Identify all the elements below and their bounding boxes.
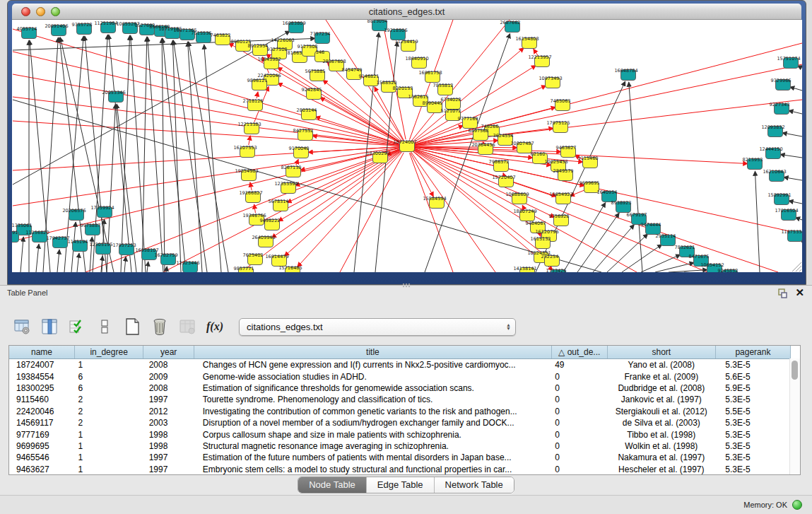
network-edge[interactable] bbox=[789, 201, 802, 204]
network-node-16210643[interactable]: 16210643 bbox=[763, 169, 786, 182]
new-table-icon[interactable] bbox=[123, 317, 141, 336]
network-node-16961758[interactable]: 16961758 bbox=[418, 70, 442, 83]
network-edge[interactable] bbox=[577, 213, 619, 272]
network-edge[interactable] bbox=[173, 40, 207, 272]
network-edge[interactable] bbox=[124, 257, 126, 272]
network-node-391591[interactable]: 391591 bbox=[12, 230, 19, 243]
network-node-20691406[interactable]: 20691406 bbox=[45, 23, 68, 36]
network-node-15720407[interactable]: 15720407 bbox=[492, 175, 515, 187]
network-node-4055714[interactable]: 4055714 bbox=[17, 26, 37, 39]
network-node-7357234[interactable]: 7357234 bbox=[310, 31, 331, 44]
network-node-15584594[interactable]: 15584594 bbox=[423, 196, 446, 209]
network-node-15751074[interactable]: 15751074 bbox=[777, 56, 800, 69]
network-node-5675885[interactable]: 5675885 bbox=[305, 69, 326, 81]
network-edge[interactable] bbox=[789, 110, 802, 114]
network-node-16782759[interactable]: 16782759 bbox=[154, 252, 177, 265]
toggle-panel-icon[interactable] bbox=[95, 317, 114, 336]
network-edge[interactable] bbox=[166, 267, 167, 272]
column-header-out_de[interactable]: △ out_de... bbox=[551, 346, 607, 359]
network-edge[interactable] bbox=[142, 37, 147, 272]
network-node-9975887[interactable]: 9975887 bbox=[81, 223, 101, 235]
network-node-8267130[interactable]: 8267130 bbox=[281, 165, 302, 177]
network-node-12093832[interactable]: 12093832 bbox=[761, 124, 784, 137]
network-node-2935114[interactable]: 2935114 bbox=[656, 233, 676, 246]
network-node-16543982[interactable]: 16543982 bbox=[257, 57, 281, 69]
network-node-5678314[interactable]: 5678314 bbox=[269, 199, 289, 211]
tab-edge-table[interactable]: Edge Table bbox=[366, 477, 434, 493]
column-header-year[interactable]: year bbox=[143, 346, 194, 359]
minimize-window-icon[interactable] bbox=[36, 7, 45, 16]
network-node-8215953[interactable]: 8215953 bbox=[743, 157, 763, 170]
network-node-17957253[interactable]: 17957253 bbox=[112, 243, 136, 255]
network-node-8427552[interactable]: 8427552 bbox=[293, 128, 314, 141]
network-node-15716485[interactable]: 15716485 bbox=[278, 265, 302, 273]
column-header-name[interactable]: name bbox=[9, 346, 75, 359]
network-edge[interactable] bbox=[284, 151, 401, 257]
network-edge[interactable] bbox=[20, 237, 23, 272]
network-node-7463822[interactable]: 7463822 bbox=[211, 33, 231, 45]
network-edge[interactable] bbox=[411, 152, 495, 272]
network-node-11251984[interactable]: 11251984 bbox=[94, 21, 117, 33]
network-node-19854983[interactable]: 19854983 bbox=[235, 168, 258, 181]
network-edge[interactable] bbox=[629, 82, 642, 272]
column-header-pagerank[interactable]: pagerank bbox=[715, 346, 790, 359]
network-edge[interactable] bbox=[641, 255, 681, 272]
network-node-16154808[interactable]: 16154808 bbox=[515, 36, 539, 49]
network-node-1145194[interactable]: 1145194 bbox=[68, 239, 88, 252]
network-edge[interactable] bbox=[131, 35, 146, 272]
network-node-2687662[interactable]: 2687662 bbox=[500, 20, 521, 33]
network-edge[interactable] bbox=[755, 171, 760, 272]
table-row[interactable]: 1456911722003Disruption of a novel membe… bbox=[9, 417, 791, 428]
network-node-2849579[interactable]: 2849579 bbox=[553, 168, 574, 181]
network-node-9857771[interactable]: 9857771 bbox=[234, 266, 254, 273]
network-edge[interactable] bbox=[13, 29, 400, 144]
network-edge[interactable] bbox=[147, 262, 148, 272]
network-node-9242845[interactable]: 9242845 bbox=[302, 87, 322, 100]
network-node-17359924[interactable]: 17359924 bbox=[90, 205, 114, 218]
network-edge[interactable] bbox=[109, 35, 131, 272]
network-node-8938923[interactable]: 8938923 bbox=[611, 200, 632, 213]
resize-grip-icon[interactable] bbox=[792, 262, 801, 271]
network-node-11675334[interactable]: 11675334 bbox=[781, 229, 802, 242]
network-node-1733426[interactable]: 1733426 bbox=[546, 268, 567, 273]
network-node-18640910[interactable]: 18640910 bbox=[405, 56, 428, 69]
function-builder-icon[interactable]: f(x) bbox=[206, 317, 224, 336]
zoom-window-icon[interactable] bbox=[51, 7, 60, 16]
network-node-7485063[interactable]: 7485063 bbox=[551, 98, 571, 111]
network-node-19654923[interactable]: 19654923 bbox=[549, 192, 572, 204]
network-edge[interactable] bbox=[782, 133, 802, 136]
network-edge[interactable] bbox=[790, 87, 802, 90]
network-node-9355728[interactable]: 9355728 bbox=[72, 22, 93, 35]
column-header-short[interactable]: short bbox=[607, 346, 715, 359]
table-row[interactable]: 911546021997Tourette syndrome. Phenomeno… bbox=[9, 394, 791, 405]
table-row[interactable]: 946362711997Embryonic stem cells: a mode… bbox=[9, 464, 791, 475]
network-node-12505195[interactable]: 12505195 bbox=[89, 242, 112, 255]
network-edge[interactable] bbox=[780, 154, 802, 158]
network-node-7855812[interactable]: 7855812 bbox=[433, 83, 454, 95]
network-node-10973493[interactable]: 10973493 bbox=[539, 76, 562, 88]
network-node-19218506[interactable]: 19218506 bbox=[384, 28, 407, 40]
network-node-9896121[interactable]: 9896121 bbox=[247, 78, 268, 90]
network-node-9756928[interactable]: 9756928 bbox=[549, 214, 570, 226]
table-scrollbar[interactable] bbox=[789, 358, 800, 474]
network-edge[interactable] bbox=[669, 270, 707, 272]
close-window-icon[interactable] bbox=[21, 7, 30, 16]
column-header-title[interactable]: title bbox=[194, 346, 551, 359]
network-node-14138141[interactable]: 14138141 bbox=[513, 266, 536, 273]
window-titlebar[interactable]: citations_edges.txt bbox=[12, 4, 801, 20]
network-node-2803144[interactable]: 2803144 bbox=[297, 107, 317, 120]
network-edge[interactable] bbox=[162, 38, 165, 272]
network-canvas[interactable]: 1872400774638228960125891295414226063932… bbox=[12, 20, 802, 272]
table-settings-icon[interactable] bbox=[13, 317, 31, 336]
scrollbar-thumb[interactable] bbox=[792, 361, 798, 380]
network-edge[interactable] bbox=[121, 35, 130, 272]
network-node-17016504[interactable]: 17016504 bbox=[775, 208, 798, 221]
network-node-16083809[interactable]: 16083809 bbox=[282, 21, 305, 33]
network-node-16107553[interactable]: 16107553 bbox=[233, 145, 257, 158]
network-node-2718126[interactable]: 2718126 bbox=[243, 98, 264, 111]
network-node-19166827[interactable]: 19166827 bbox=[239, 190, 262, 203]
network-edge[interactable] bbox=[188, 42, 202, 272]
network-node-18807249[interactable]: 18807249 bbox=[513, 209, 536, 221]
network-node-7625402[interactable]: 7625402 bbox=[243, 252, 264, 265]
table-source-select[interactable]: citations_edges.txt ▲▼ bbox=[239, 318, 516, 336]
